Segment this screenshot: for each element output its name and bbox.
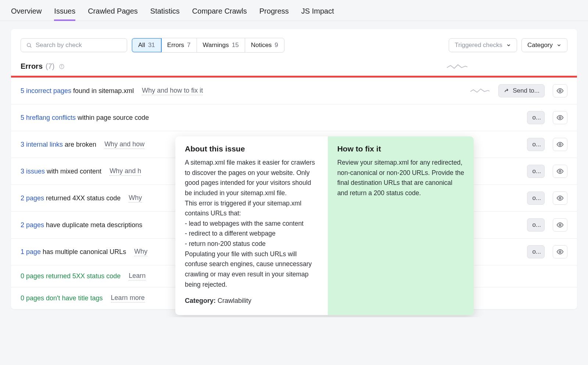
- why-link[interactable]: Why and h: [110, 167, 141, 176]
- visibility-button[interactable]: [553, 84, 567, 97]
- toolbar: All31 Errors7 Warnings15 Notices9 Trigge…: [11, 29, 577, 59]
- tab-overview[interactable]: Overview: [11, 3, 42, 21]
- popup-about-body: A sitemap.xml file makes it easier for c…: [185, 158, 318, 290]
- visibility-button[interactable]: [553, 111, 567, 124]
- eye-icon: [556, 168, 564, 175]
- info-icon[interactable]: [59, 64, 65, 69]
- eye-icon: [556, 87, 564, 94]
- tab-issues[interactable]: Issues: [54, 3, 75, 21]
- issue-text: 2 pages returned 4XX status code: [21, 194, 121, 202]
- visibility-button[interactable]: [553, 245, 567, 258]
- svg-point-5: [559, 90, 561, 92]
- eye-icon: [556, 114, 564, 121]
- svg-point-0: [27, 43, 31, 46]
- tab-statistics[interactable]: Statistics: [150, 3, 180, 21]
- send-to-button[interactable]: Send to...: [498, 84, 545, 97]
- issue-link[interactable]: 2 pages: [21, 221, 44, 229]
- visibility-button[interactable]: [553, 165, 567, 178]
- popup-category: Category: Crawlability: [185, 296, 318, 306]
- issue-text: 0 pages don't have title tags: [21, 294, 103, 302]
- filter-segmented: All31 Errors7 Warnings15 Notices9: [132, 38, 284, 53]
- why-link[interactable]: Why and how: [104, 140, 144, 149]
- issue-text: 2 pages have duplicate meta descriptions: [21, 221, 142, 229]
- issue-text: 0 pages returned 5XX status code: [21, 272, 121, 280]
- category-dropdown[interactable]: Category: [521, 38, 567, 52]
- send-to-button[interactable]: o...: [527, 218, 545, 232]
- sparkline-icon: [446, 62, 468, 71]
- filter-notices[interactable]: Notices9: [245, 38, 284, 52]
- section-title: Errors (7): [21, 62, 65, 71]
- tab-progress[interactable]: Progress: [259, 3, 289, 21]
- section-errors-head: Errors (7): [11, 59, 577, 76]
- popup-fix-pane: How to fix it Review your sitemap.xml fo…: [328, 136, 474, 315]
- search-icon: [26, 42, 32, 49]
- sparkline-icon: [470, 87, 490, 94]
- tab-js-impact[interactable]: JS Impact: [301, 3, 334, 21]
- issue-text: 3 issues with mixed content: [21, 168, 101, 175]
- tab-crawled-pages[interactable]: Crawled Pages: [88, 3, 138, 21]
- visibility-button[interactable]: [553, 192, 567, 205]
- issue-link[interactable]: 2 pages: [21, 194, 44, 202]
- issues-panel: All31 Errors7 Warnings15 Notices9 Trigge…: [11, 29, 577, 309]
- eye-icon: [556, 248, 564, 255]
- svg-point-7: [559, 144, 561, 146]
- svg-point-6: [559, 117, 561, 119]
- popup-about-title: About this issue: [185, 144, 318, 153]
- issue-explainer-popup: About this issue A sitemap.xml file make…: [175, 136, 474, 315]
- svg-point-10: [559, 224, 561, 226]
- svg-point-4: [62, 65, 62, 65]
- svg-point-9: [559, 197, 561, 199]
- search-input-wrap[interactable]: [21, 38, 127, 52]
- issue-link[interactable]: 3 internal links: [21, 141, 63, 148]
- visibility-button[interactable]: [553, 218, 567, 232]
- issue-link[interactable]: 5 hreflang conflicts: [21, 114, 76, 121]
- popup-about-pane: About this issue A sitemap.xml file make…: [175, 136, 328, 315]
- share-arrow-icon: [503, 88, 510, 94]
- triggered-checks-dropdown[interactable]: Triggered checks: [449, 38, 517, 52]
- visibility-button[interactable]: [553, 138, 567, 151]
- filter-warnings[interactable]: Warnings15: [197, 38, 245, 52]
- why-link[interactable]: Why: [134, 248, 147, 256]
- send-to-button[interactable]: o...: [527, 165, 545, 178]
- issue-text: 1 page has multiple canonical URLs: [21, 248, 126, 256]
- chevron-down-icon: [506, 43, 511, 48]
- eye-icon: [556, 141, 564, 148]
- popup-fix-title: How to fix it: [337, 144, 464, 153]
- why-link[interactable]: Why and how to fix it: [142, 87, 203, 95]
- issue-link[interactable]: 3 issues: [21, 168, 45, 175]
- issue-text: 5 hreflang conflicts within page source …: [21, 114, 149, 122]
- svg-line-1: [30, 46, 31, 47]
- issue-row: 5 hreflang conflicts within page source …: [11, 104, 577, 131]
- search-input[interactable]: [36, 42, 122, 49]
- svg-point-8: [559, 171, 561, 172]
- top-nav-tabs: Overview Issues Crawled Pages Statistics…: [0, 0, 588, 21]
- send-to-button[interactable]: o...: [527, 192, 545, 205]
- eye-icon: [556, 221, 564, 229]
- popup-fix-body: Review your sitemap.xml for any redirect…: [337, 158, 464, 198]
- issue-row: 5 incorrect pages found in sitemap.xml W…: [11, 78, 577, 104]
- learn-more-link[interactable]: Learn more: [111, 294, 145, 303]
- send-to-button[interactable]: o...: [527, 138, 545, 151]
- tab-compare-crawls[interactable]: Compare Crawls: [192, 3, 247, 21]
- learn-more-link[interactable]: Learn: [129, 272, 146, 280]
- issue-link[interactable]: 0 pages returned 5XX status code: [21, 272, 121, 280]
- svg-point-11: [559, 251, 561, 253]
- send-to-button[interactable]: o...: [527, 245, 545, 258]
- filter-errors[interactable]: Errors7: [161, 38, 197, 52]
- send-to-button[interactable]: o...: [527, 111, 545, 124]
- issue-link[interactable]: 1 page: [21, 248, 41, 255]
- issue-link[interactable]: 5 incorrect pages: [21, 87, 71, 94]
- issue-text: 3 internal links are broken: [21, 141, 96, 148]
- why-link[interactable]: Why: [129, 194, 142, 203]
- chevron-down-icon: [556, 43, 562, 48]
- issue-link[interactable]: 0 pages don't have title tags: [21, 294, 103, 302]
- issue-text: 5 incorrect pages found in sitemap.xml: [21, 87, 134, 95]
- filter-all[interactable]: All31: [132, 38, 162, 53]
- eye-icon: [556, 194, 564, 202]
